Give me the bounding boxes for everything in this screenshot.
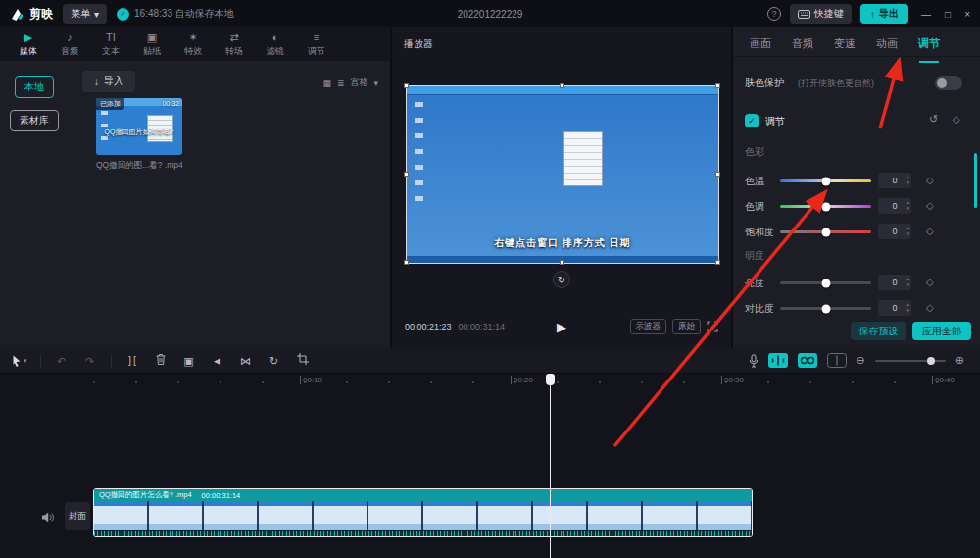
- delete-button[interactable]: [153, 353, 169, 369]
- clip-audio-waveform: [94, 530, 752, 536]
- split-button[interactable]: ][: [124, 354, 140, 368]
- menu-button[interactable]: 菜单 ▾: [63, 4, 107, 24]
- redo-button[interactable]: ↷: [82, 354, 98, 368]
- keyframe-diamond-icon[interactable]: ◇: [926, 226, 934, 236]
- slider-handle[interactable]: [821, 279, 830, 287]
- rotate-handle[interactable]: ↻: [553, 271, 570, 288]
- import-button[interactable]: ↓ 导入: [82, 71, 135, 92]
- media-item-thumbnail[interactable]: QQ撤回图片如何查看? 已添加 00:32: [96, 98, 182, 155]
- selection-handle-nw[interactable]: [404, 83, 409, 88]
- cursor-icon: [12, 355, 22, 367]
- shortcuts-button[interactable]: 快捷键: [790, 4, 852, 24]
- selection-handle-w[interactable]: [404, 172, 409, 177]
- list-view-icon[interactable]: ≣: [337, 78, 345, 88]
- tab-filter[interactable]: ◐滤镜: [255, 31, 296, 58]
- tab-effects[interactable]: ✶特效: [172, 31, 214, 58]
- selection-handle-n[interactable]: [560, 83, 564, 88]
- brightness-slider[interactable]: [780, 281, 871, 284]
- export-button[interactable]: ↑ 导出: [860, 4, 908, 24]
- minimize-button[interactable]: —: [921, 9, 931, 20]
- contrast-slider[interactable]: [780, 307, 871, 310]
- keyframe-diamond-icon[interactable]: ◇: [926, 277, 934, 287]
- slider-handle[interactable]: [821, 304, 830, 313]
- view-mode-label[interactable]: 宫格: [350, 76, 368, 89]
- saturation-value[interactable]: 0▴▾: [878, 224, 911, 239]
- sidebar-item-local[interactable]: 本地: [15, 76, 54, 98]
- rotate-button[interactable]: ↻: [267, 354, 282, 368]
- freeze-frame-button[interactable]: ▣: [181, 354, 197, 368]
- tint-value[interactable]: 0▴▾: [878, 198, 911, 214]
- tab-audio-settings[interactable]: 音频: [792, 36, 813, 56]
- brightness-value[interactable]: 0▴▾: [878, 275, 911, 290]
- tab-media[interactable]: ▶媒体: [8, 31, 49, 58]
- temperature-value[interactable]: 0▴▾: [878, 173, 911, 188]
- tab-audio[interactable]: ♪音频: [49, 31, 90, 58]
- zoom-out-button[interactable]: ⊖: [857, 354, 865, 367]
- video-clip[interactable]: QQ撤回的图片怎么看? .mp4 00:00:31:14: [93, 488, 753, 537]
- value-spinner[interactable]: ▴▾: [906, 174, 909, 185]
- slider-handle[interactable]: [821, 177, 830, 185]
- timeline-zoom-slider[interactable]: [875, 360, 946, 362]
- reset-icon[interactable]: ↺: [929, 113, 938, 126]
- cover-button[interactable]: 封面: [65, 502, 90, 530]
- apply-all-button[interactable]: 应用全部: [912, 322, 971, 340]
- play-button[interactable]: ▶: [557, 320, 566, 334]
- fullscreen-icon[interactable]: [707, 321, 718, 332]
- selection-handle-se[interactable]: [715, 260, 720, 265]
- record-voiceover-button[interactable]: [749, 354, 759, 368]
- tab-text[interactable]: TI文本: [90, 31, 131, 58]
- main-track-magnet-toggle[interactable]: [768, 353, 788, 368]
- panel-scrollbar[interactable]: [974, 153, 977, 208]
- keyframe-diamond-icon[interactable]: ◇: [953, 114, 960, 125]
- tab-adjust[interactable]: ≡调节: [296, 31, 337, 58]
- playhead-handle[interactable]: [546, 374, 555, 385]
- help-icon[interactable]: ?: [767, 7, 781, 21]
- tab-transition[interactable]: ⇄转场: [214, 31, 255, 58]
- sidebar-item-material-library[interactable]: 素材库: [10, 110, 59, 131]
- selection-handle-ne[interactable]: [715, 83, 720, 88]
- original-ratio-button[interactable]: 原始: [672, 319, 701, 334]
- video-preview[interactable]: 右键点击窗口 排序方式 日期: [407, 86, 718, 263]
- value-spinner[interactable]: ▴▾: [906, 276, 909, 287]
- slider-handle[interactable]: [821, 202, 830, 211]
- selection-handle-e[interactable]: [715, 172, 720, 177]
- grid-view-icon[interactable]: ▦: [322, 78, 331, 88]
- adjust-enable-checkbox[interactable]: ✓: [745, 114, 759, 127]
- slider-handle[interactable]: [821, 228, 830, 236]
- select-tool-button[interactable]: ▾: [12, 354, 27, 368]
- temperature-slider[interactable]: [780, 179, 871, 182]
- chevron-down-icon[interactable]: ▾: [373, 78, 378, 88]
- save-preset-button[interactable]: 保存预设: [851, 322, 906, 340]
- tint-slider[interactable]: [780, 205, 871, 208]
- tab-adjustment[interactable]: 调节: [918, 36, 940, 56]
- tab-animation[interactable]: 动画: [876, 36, 898, 56]
- zoom-slider-handle[interactable]: [927, 357, 935, 365]
- tab-sticker[interactable]: ▣贴纸: [131, 31, 172, 58]
- skin-protect-toggle[interactable]: [935, 76, 962, 90]
- keyframe-diamond-icon[interactable]: ◇: [926, 200, 934, 211]
- tab-picture[interactable]: 画面: [750, 36, 771, 56]
- close-button[interactable]: ×: [964, 9, 970, 20]
- keyframe-diamond-icon[interactable]: ◇: [926, 302, 934, 313]
- zoom-in-button[interactable]: ⊕: [956, 354, 964, 367]
- value-spinner[interactable]: ▴▾: [906, 225, 909, 236]
- undo-button[interactable]: ↶: [54, 354, 70, 368]
- contrast-value[interactable]: 0▴▾: [878, 300, 911, 316]
- value-spinner[interactable]: ▴▾: [906, 199, 909, 211]
- keyframe-diamond-icon[interactable]: ◇: [926, 175, 934, 185]
- crop-button[interactable]: [295, 353, 311, 368]
- maximize-button[interactable]: □: [945, 9, 951, 20]
- saturation-slider[interactable]: [780, 230, 871, 233]
- track-mute-speaker-icon[interactable]: [41, 510, 54, 528]
- selection-handle-s[interactable]: [560, 260, 564, 265]
- linkage-toggle[interactable]: [798, 353, 817, 368]
- value-spinner[interactable]: ▴▾: [906, 301, 909, 313]
- tab-speed[interactable]: 变速: [834, 36, 856, 56]
- time-ruler[interactable]: 00:10 00:20 00:30 00:40: [0, 374, 980, 387]
- mirror-button[interactable]: ⋈: [238, 354, 254, 368]
- reverse-button[interactable]: ◀: [210, 354, 225, 368]
- scope-button[interactable]: 示波器: [630, 319, 667, 334]
- selection-handle-sw[interactable]: [404, 260, 409, 265]
- sticker-icon: ▣: [147, 31, 157, 44]
- preview-axis-toggle[interactable]: [827, 353, 847, 368]
